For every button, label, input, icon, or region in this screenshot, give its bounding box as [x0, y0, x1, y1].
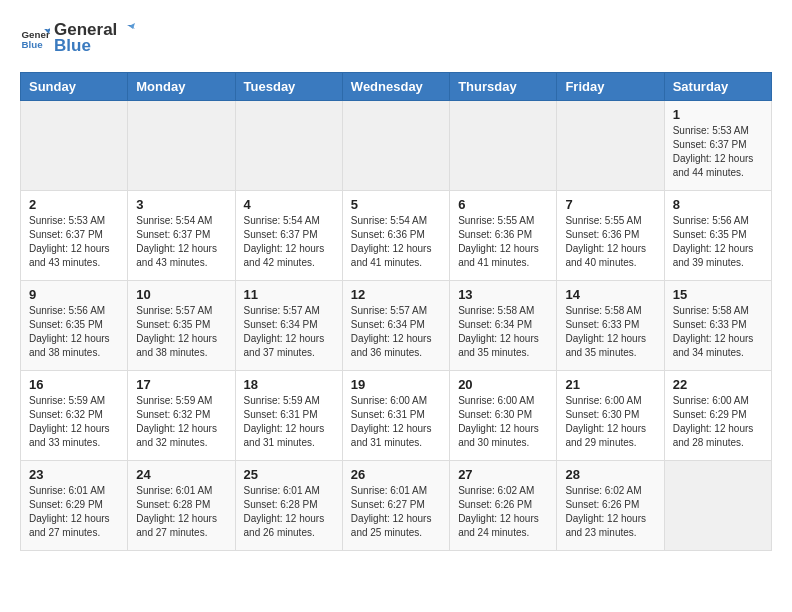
calendar-cell: 10Sunrise: 5:57 AM Sunset: 6:35 PM Dayli…	[128, 281, 235, 371]
calendar-cell	[128, 101, 235, 191]
calendar-cell	[21, 101, 128, 191]
calendar-cell: 25Sunrise: 6:01 AM Sunset: 6:28 PM Dayli…	[235, 461, 342, 551]
day-number: 5	[351, 197, 441, 212]
day-number: 3	[136, 197, 226, 212]
day-info: Sunrise: 5:54 AM Sunset: 6:37 PM Dayligh…	[136, 214, 226, 270]
calendar-cell	[664, 461, 771, 551]
day-info: Sunrise: 5:59 AM Sunset: 6:31 PM Dayligh…	[244, 394, 334, 450]
calendar-cell: 3Sunrise: 5:54 AM Sunset: 6:37 PM Daylig…	[128, 191, 235, 281]
day-info: Sunrise: 5:56 AM Sunset: 6:35 PM Dayligh…	[29, 304, 119, 360]
logo-bird-icon	[117, 21, 135, 39]
calendar-cell	[557, 101, 664, 191]
calendar-week-row: 23Sunrise: 6:01 AM Sunset: 6:29 PM Dayli…	[21, 461, 772, 551]
day-info: Sunrise: 5:59 AM Sunset: 6:32 PM Dayligh…	[29, 394, 119, 450]
calendar-cell: 12Sunrise: 5:57 AM Sunset: 6:34 PM Dayli…	[342, 281, 449, 371]
calendar-cell: 8Sunrise: 5:56 AM Sunset: 6:35 PM Daylig…	[664, 191, 771, 281]
calendar-cell: 20Sunrise: 6:00 AM Sunset: 6:30 PM Dayli…	[450, 371, 557, 461]
calendar-cell: 7Sunrise: 5:55 AM Sunset: 6:36 PM Daylig…	[557, 191, 664, 281]
page-header: General Blue General Blue	[20, 20, 772, 56]
calendar-cell: 28Sunrise: 6:02 AM Sunset: 6:26 PM Dayli…	[557, 461, 664, 551]
day-number: 6	[458, 197, 548, 212]
day-info: Sunrise: 6:00 AM Sunset: 6:30 PM Dayligh…	[458, 394, 548, 450]
day-number: 12	[351, 287, 441, 302]
calendar-cell	[342, 101, 449, 191]
calendar-week-row: 2Sunrise: 5:53 AM Sunset: 6:37 PM Daylig…	[21, 191, 772, 281]
day-number: 9	[29, 287, 119, 302]
calendar-cell: 1Sunrise: 5:53 AM Sunset: 6:37 PM Daylig…	[664, 101, 771, 191]
calendar-cell	[450, 101, 557, 191]
day-number: 22	[673, 377, 763, 392]
day-info: Sunrise: 6:01 AM Sunset: 6:28 PM Dayligh…	[136, 484, 226, 540]
day-info: Sunrise: 5:59 AM Sunset: 6:32 PM Dayligh…	[136, 394, 226, 450]
day-info: Sunrise: 5:54 AM Sunset: 6:36 PM Dayligh…	[351, 214, 441, 270]
calendar-cell: 2Sunrise: 5:53 AM Sunset: 6:37 PM Daylig…	[21, 191, 128, 281]
day-number: 19	[351, 377, 441, 392]
calendar-cell: 11Sunrise: 5:57 AM Sunset: 6:34 PM Dayli…	[235, 281, 342, 371]
day-number: 14	[565, 287, 655, 302]
day-of-week-header: Thursday	[450, 73, 557, 101]
day-number: 23	[29, 467, 119, 482]
calendar-cell: 17Sunrise: 5:59 AM Sunset: 6:32 PM Dayli…	[128, 371, 235, 461]
calendar-week-row: 9Sunrise: 5:56 AM Sunset: 6:35 PM Daylig…	[21, 281, 772, 371]
day-of-week-header: Friday	[557, 73, 664, 101]
day-info: Sunrise: 5:57 AM Sunset: 6:34 PM Dayligh…	[351, 304, 441, 360]
day-number: 26	[351, 467, 441, 482]
day-number: 11	[244, 287, 334, 302]
day-info: Sunrise: 6:02 AM Sunset: 6:26 PM Dayligh…	[458, 484, 548, 540]
calendar-week-row: 16Sunrise: 5:59 AM Sunset: 6:32 PM Dayli…	[21, 371, 772, 461]
day-number: 25	[244, 467, 334, 482]
day-of-week-header: Sunday	[21, 73, 128, 101]
calendar-cell: 6Sunrise: 5:55 AM Sunset: 6:36 PM Daylig…	[450, 191, 557, 281]
day-number: 4	[244, 197, 334, 212]
day-info: Sunrise: 5:57 AM Sunset: 6:34 PM Dayligh…	[244, 304, 334, 360]
day-number: 21	[565, 377, 655, 392]
day-info: Sunrise: 5:58 AM Sunset: 6:33 PM Dayligh…	[565, 304, 655, 360]
logo-icon: General Blue	[20, 23, 50, 53]
day-info: Sunrise: 5:58 AM Sunset: 6:34 PM Dayligh…	[458, 304, 548, 360]
calendar-cell: 21Sunrise: 6:00 AM Sunset: 6:30 PM Dayli…	[557, 371, 664, 461]
calendar-cell: 4Sunrise: 5:54 AM Sunset: 6:37 PM Daylig…	[235, 191, 342, 281]
day-info: Sunrise: 5:55 AM Sunset: 6:36 PM Dayligh…	[565, 214, 655, 270]
day-number: 2	[29, 197, 119, 212]
calendar-cell: 23Sunrise: 6:01 AM Sunset: 6:29 PM Dayli…	[21, 461, 128, 551]
day-number: 16	[29, 377, 119, 392]
calendar-header: SundayMondayTuesdayWednesdayThursdayFrid…	[21, 73, 772, 101]
day-of-week-header: Saturday	[664, 73, 771, 101]
day-info: Sunrise: 5:53 AM Sunset: 6:37 PM Dayligh…	[29, 214, 119, 270]
day-number: 17	[136, 377, 226, 392]
day-number: 13	[458, 287, 548, 302]
day-info: Sunrise: 6:00 AM Sunset: 6:31 PM Dayligh…	[351, 394, 441, 450]
calendar-cell: 13Sunrise: 5:58 AM Sunset: 6:34 PM Dayli…	[450, 281, 557, 371]
day-number: 24	[136, 467, 226, 482]
day-number: 18	[244, 377, 334, 392]
day-of-week-header: Monday	[128, 73, 235, 101]
calendar-cell: 26Sunrise: 6:01 AM Sunset: 6:27 PM Dayli…	[342, 461, 449, 551]
day-of-week-header: Wednesday	[342, 73, 449, 101]
day-info: Sunrise: 6:02 AM Sunset: 6:26 PM Dayligh…	[565, 484, 655, 540]
calendar-cell: 27Sunrise: 6:02 AM Sunset: 6:26 PM Dayli…	[450, 461, 557, 551]
svg-marker-5	[129, 23, 135, 29]
day-info: Sunrise: 6:00 AM Sunset: 6:29 PM Dayligh…	[673, 394, 763, 450]
calendar-cell: 15Sunrise: 5:58 AM Sunset: 6:33 PM Dayli…	[664, 281, 771, 371]
day-number: 1	[673, 107, 763, 122]
calendar-cell: 5Sunrise: 5:54 AM Sunset: 6:36 PM Daylig…	[342, 191, 449, 281]
calendar-cell: 16Sunrise: 5:59 AM Sunset: 6:32 PM Dayli…	[21, 371, 128, 461]
day-number: 8	[673, 197, 763, 212]
day-info: Sunrise: 5:58 AM Sunset: 6:33 PM Dayligh…	[673, 304, 763, 360]
day-info: Sunrise: 5:56 AM Sunset: 6:35 PM Dayligh…	[673, 214, 763, 270]
day-of-week-header: Tuesday	[235, 73, 342, 101]
calendar-cell: 18Sunrise: 5:59 AM Sunset: 6:31 PM Dayli…	[235, 371, 342, 461]
logo: General Blue General Blue	[20, 20, 135, 56]
day-info: Sunrise: 5:53 AM Sunset: 6:37 PM Dayligh…	[673, 124, 763, 180]
day-number: 10	[136, 287, 226, 302]
day-number: 28	[565, 467, 655, 482]
calendar-week-row: 1Sunrise: 5:53 AM Sunset: 6:37 PM Daylig…	[21, 101, 772, 191]
day-info: Sunrise: 6:00 AM Sunset: 6:30 PM Dayligh…	[565, 394, 655, 450]
day-info: Sunrise: 6:01 AM Sunset: 6:27 PM Dayligh…	[351, 484, 441, 540]
day-info: Sunrise: 5:57 AM Sunset: 6:35 PM Dayligh…	[136, 304, 226, 360]
calendar-cell	[235, 101, 342, 191]
svg-text:Blue: Blue	[22, 39, 44, 50]
day-number: 7	[565, 197, 655, 212]
calendar-cell: 9Sunrise: 5:56 AM Sunset: 6:35 PM Daylig…	[21, 281, 128, 371]
calendar-cell: 19Sunrise: 6:00 AM Sunset: 6:31 PM Dayli…	[342, 371, 449, 461]
